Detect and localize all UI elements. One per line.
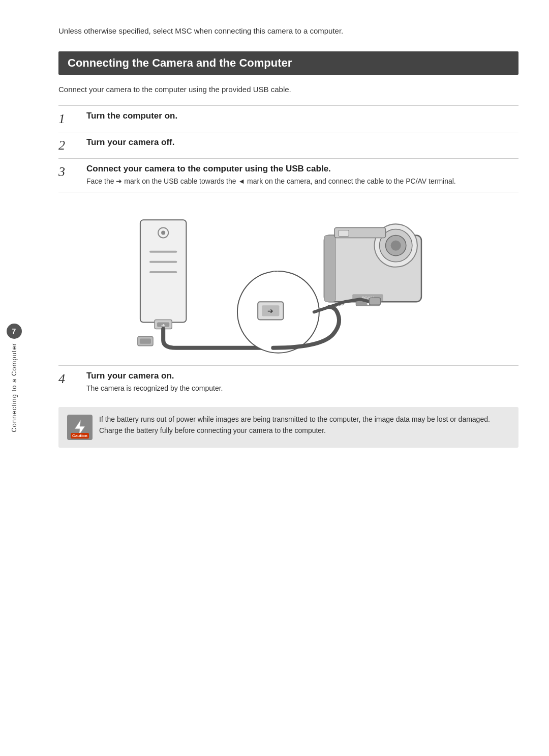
step-4-content: Turn your camera on. The camera is recog… <box>86 371 518 394</box>
step-3-title: Connect your camera to the computer usin… <box>86 164 518 174</box>
caution-label: Caution <box>71 433 89 439</box>
step-3-row: 3 Connect your camera to the computer us… <box>58 158 518 192</box>
step-3-content: Connect your camera to the computer usin… <box>86 164 518 187</box>
svg-rect-5 <box>149 271 177 273</box>
intro-text: Unless otherwise specified, select MSC w… <box>58 25 518 37</box>
svg-text:➔: ➔ <box>267 307 273 315</box>
svg-rect-3 <box>149 251 177 253</box>
connection-diagram: ➔ PC/AV <box>58 202 518 360</box>
chapter-number: 7 <box>7 324 22 339</box>
svg-rect-29 <box>140 339 151 344</box>
camera-illustration: PC/AV ◄ <box>324 224 421 307</box>
step-4-title: Turn your camera on. <box>86 371 518 381</box>
caution-box: Caution If the battery runs out of power… <box>58 407 518 448</box>
page-content: Unless otherwise specified, select MSC w… <box>28 0 549 756</box>
sidebar: 7 Connecting to a Computer <box>0 0 28 756</box>
step-1-title: Turn the computer on. <box>86 111 518 121</box>
step-1-content: Turn the computer on. <box>86 111 518 123</box>
svg-point-13 <box>391 241 401 251</box>
chapter-tab: 7 Connecting to a Computer <box>7 324 22 432</box>
step-2-number: 2 <box>58 137 76 153</box>
step-4-description: The camera is recognized by the computer… <box>86 383 518 394</box>
caution-text: If the battery runs out of power while i… <box>99 414 510 436</box>
step-3-number: 3 <box>58 164 76 180</box>
step-4-row: 4 Turn your camera on. The camera is rec… <box>58 365 518 399</box>
caution-icon-inner: Caution <box>67 415 93 440</box>
svg-rect-14 <box>324 236 336 302</box>
chapter-label: Connecting to a Computer <box>10 343 18 432</box>
step-2-title: Turn your camera off. <box>86 137 518 148</box>
step-2-content: Turn your camera off. <box>86 137 518 150</box>
section-title: Connecting the Camera and the Computer <box>58 51 518 75</box>
step-1-number: 1 <box>58 111 76 127</box>
caution-icon: Caution <box>67 414 93 441</box>
svg-rect-16 <box>339 230 349 237</box>
svg-point-2 <box>161 231 165 235</box>
section-subtitle: Connect your camera to the computer usin… <box>58 84 518 96</box>
svg-rect-27 <box>369 298 380 305</box>
step-2-row: 2 Turn your camera off. <box>58 132 518 158</box>
step-4-number: 4 <box>58 371 76 387</box>
svg-rect-4 <box>149 261 177 263</box>
step-3-description: Face the ➔ mark on the USB cable towards… <box>86 176 518 187</box>
step-1-row: 1 Turn the computer on. <box>58 105 518 132</box>
illustration: ➔ PC/AV <box>58 202 518 360</box>
